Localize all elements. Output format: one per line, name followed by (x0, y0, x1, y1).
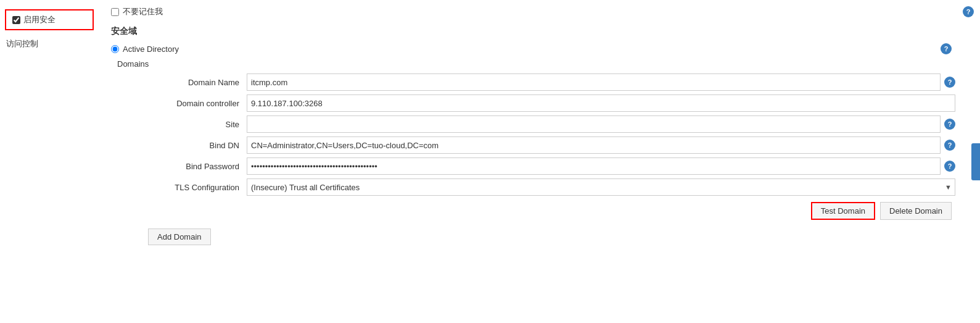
tls-configuration-select[interactable]: (Insecure) Trust all Certificates Use SS… (247, 178, 955, 196)
tls-configuration-label: TLS Configuration (148, 183, 247, 192)
enable-security-label: 启用安全 (23, 14, 56, 25)
bind-password-label: Bind Password (148, 162, 247, 171)
domains-label: Domains (117, 59, 968, 69)
sidebar-item-access-control[interactable]: 访问控制 (0, 33, 99, 54)
remember-me-row: 不要记住我 (111, 6, 968, 17)
domain-name-help-icon[interactable]: ? (944, 77, 955, 88)
site-row: Site ? (148, 115, 955, 133)
active-directory-label: Active Directory (123, 44, 179, 54)
tls-configuration-row: TLS Configuration (Insecure) Trust all C… (148, 178, 955, 196)
top-help-icon[interactable]: ? (963, 6, 974, 17)
sidebar: 启用安全 访问控制 (0, 0, 99, 323)
access-control-label: 访问控制 (6, 39, 38, 48)
bind-password-input-wrap: ? (247, 157, 955, 175)
remember-me-label: 不要记住我 (123, 6, 163, 17)
site-input[interactable] (247, 115, 941, 133)
tls-select-wrap: (Insecure) Trust all Certificates Use SS… (247, 178, 955, 196)
active-directory-help-icon[interactable]: ? (941, 43, 952, 54)
tls-configuration-input-wrap: (Insecure) Trust all Certificates Use SS… (247, 178, 955, 196)
enable-security-checkbox-container[interactable]: 启用安全 (5, 9, 94, 30)
site-label: Site (148, 120, 247, 129)
domain-controller-input[interactable] (247, 94, 955, 112)
site-help-icon[interactable]: ? (944, 119, 955, 130)
domain-controller-row: Domain controller (148, 94, 955, 112)
security-domain-title: 安全域 (111, 26, 968, 37)
bind-password-row: Bind Password ? (148, 157, 955, 175)
add-domain-button[interactable]: Add Domain (148, 229, 211, 245)
bind-dn-input[interactable] (247, 136, 941, 154)
bind-dn-label: Bind DN (148, 141, 247, 150)
domain-name-input-wrap: ? (247, 73, 955, 91)
add-domain-row: Add Domain (148, 229, 968, 245)
delete-domain-button[interactable]: Delete Domain (880, 202, 952, 220)
bind-password-input[interactable] (247, 157, 941, 175)
domain-controller-input-wrap (247, 94, 955, 112)
site-input-wrap: ? (247, 115, 955, 133)
main-content: ? 不要记住我 安全域 Active Directory ? Domains D… (99, 0, 980, 323)
bind-password-help-icon[interactable]: ? (944, 161, 955, 172)
test-domain-button[interactable]: Test Domain (811, 202, 875, 220)
domain-name-row: Domain Name ? (148, 73, 955, 91)
bind-dn-row: Bind DN ? (148, 136, 955, 154)
remember-me-checkbox[interactable] (111, 8, 119, 16)
active-directory-row: Active Directory ? (111, 43, 968, 54)
domain-name-input[interactable] (247, 73, 941, 91)
bind-dn-help-icon[interactable]: ? (944, 140, 955, 151)
bind-dn-input-wrap: ? (247, 136, 955, 154)
domain-action-buttons: Test Domain Delete Domain (111, 202, 968, 220)
right-edge-tab (971, 143, 980, 180)
domain-name-label: Domain Name (148, 78, 247, 87)
enable-security-checkbox[interactable] (12, 16, 20, 24)
active-directory-radio[interactable] (111, 45, 119, 53)
domain-form: Domain Name ? Domain controller Site (148, 73, 955, 196)
domain-controller-label: Domain controller (148, 99, 247, 108)
